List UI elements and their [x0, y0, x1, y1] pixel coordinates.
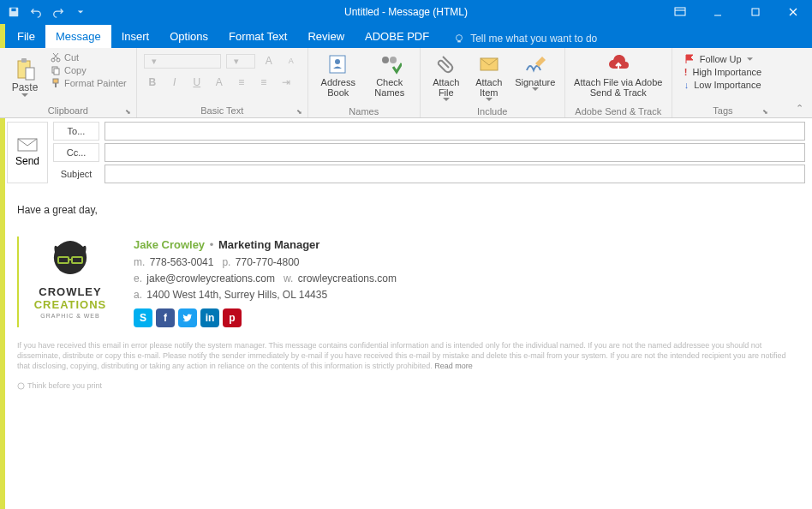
chevron-down-icon	[747, 57, 753, 61]
check-names-button[interactable]: Check Names	[367, 51, 413, 105]
paste-icon	[15, 57, 35, 81]
dialog-launcher-icon[interactable]: ⬊	[762, 108, 768, 116]
email-signature: CROWLEY CREATIONS GRAPHIC & WEB Jake Cro…	[17, 237, 795, 327]
high-importance-button[interactable]: ! High Importance	[683, 66, 763, 78]
email-value: jake@crowleycreations.com	[146, 272, 275, 284]
tab-adobe-pdf[interactable]: ADOBE PDF	[355, 25, 439, 48]
attach-item-label: Attach Item	[470, 77, 508, 98]
signature-label: Signature	[515, 77, 555, 87]
italic-icon[interactable]: I	[166, 74, 183, 91]
skype-icon[interactable]: S	[134, 308, 152, 327]
paperclip-icon	[434, 53, 458, 75]
tab-options[interactable]: Options	[159, 25, 218, 48]
cc-input[interactable]	[104, 143, 805, 162]
ribbon: Paste Cut Copy Format Painter Clipboard⬊…	[0, 48, 812, 118]
email-label: e.	[134, 272, 142, 284]
format-painter-button[interactable]: Format Painter	[48, 77, 129, 89]
cut-label: Cut	[64, 52, 79, 63]
redo-icon[interactable]	[48, 2, 69, 22]
mobile-value: 778-563-0041	[150, 256, 214, 268]
numbering-icon[interactable]: ≡	[255, 74, 272, 91]
facebook-icon[interactable]: f	[156, 308, 175, 327]
signature-button[interactable]: Signature	[513, 51, 558, 105]
chevron-down-icon	[486, 98, 493, 101]
svg-rect-10	[21, 58, 27, 63]
greeting-text: Have a great day,	[17, 204, 795, 216]
quick-access-toolbar	[0, 2, 91, 22]
ribbon-display-icon[interactable]	[661, 0, 699, 24]
tab-format-text[interactable]: Format Text	[218, 25, 297, 48]
address-book-label: Address Book	[315, 77, 361, 98]
close-icon[interactable]	[774, 0, 812, 24]
tab-message[interactable]: Message	[45, 25, 111, 48]
save-icon[interactable]	[3, 2, 24, 22]
underline-icon[interactable]: U	[188, 74, 206, 91]
address-book-button[interactable]: Address Book	[315, 51, 361, 105]
group-names-label: Names	[315, 105, 413, 117]
font-size-selector[interactable]: ▾	[226, 54, 255, 69]
font-selector[interactable]: ▾	[144, 54, 221, 69]
group-tags-label: Tags⬊	[679, 104, 767, 116]
send-button[interactable]: Send	[7, 122, 48, 183]
cc-button[interactable]: Cc...	[53, 143, 99, 162]
tell-me-label: Tell me what you want to do	[470, 33, 597, 45]
dialog-launcher-icon[interactable]: ⬊	[125, 108, 131, 116]
grow-font-icon[interactable]: A	[260, 52, 278, 69]
message-body[interactable]: Have a great day, CROWLEY CREATIONS GRAP…	[0, 187, 812, 398]
phone-label: p.	[222, 256, 230, 268]
attach-file-button[interactable]: Attach File	[427, 51, 465, 105]
tab-insert[interactable]: Insert	[111, 25, 160, 48]
maximize-icon[interactable]	[737, 0, 774, 24]
logo-head-icon	[45, 237, 96, 279]
bullets-icon[interactable]: ≡	[233, 74, 250, 91]
copy-icon	[51, 65, 61, 75]
attach-item-icon	[477, 53, 501, 75]
social-icons: S f in p	[134, 308, 397, 327]
tab-review[interactable]: Review	[297, 25, 355, 48]
cut-button[interactable]: Cut	[48, 51, 129, 63]
adobe-cloud-icon	[606, 53, 630, 75]
recycle-icon	[17, 382, 25, 390]
subject-input[interactable]	[104, 165, 805, 183]
copy-button[interactable]: Copy	[48, 64, 129, 76]
collapse-ribbon-icon[interactable]: ⌃	[796, 103, 803, 114]
linkedin-icon[interactable]: in	[200, 308, 219, 327]
address-value: 1400 West 14th, Surrey Hills, OL 14435	[146, 289, 327, 301]
svg-point-27	[18, 383, 24, 389]
qat-dropdown-icon[interactable]	[70, 2, 91, 22]
signature-info: Jake Crowley • Marketing Manager m. 778-…	[134, 237, 397, 327]
adobe-attach-button[interactable]: Attach File via Adobe Send & Track	[572, 51, 665, 105]
follow-up-button[interactable]: Follow Up	[683, 53, 763, 65]
titlebar: Untitled - Message (HTML)	[0, 0, 812, 24]
window-title: Untitled - Message (HTML)	[344, 6, 468, 18]
svg-rect-8	[457, 41, 461, 43]
tab-file[interactable]: File	[7, 25, 45, 48]
compose-header: Send To... Cc... Subject	[0, 118, 812, 187]
font-color-icon[interactable]: A	[211, 74, 228, 91]
indent-icon[interactable]: ⇥	[278, 74, 295, 91]
svg-point-19	[335, 59, 340, 64]
group-clipboard-label: Clipboard⬊	[7, 104, 129, 116]
tell-me-search[interactable]: Tell me what you want to do	[448, 29, 602, 48]
pinterest-icon[interactable]: p	[223, 308, 242, 327]
svg-rect-17	[55, 83, 57, 87]
low-importance-label: Low Importance	[694, 80, 761, 90]
low-importance-button[interactable]: ↓ Low Importance	[683, 79, 763, 91]
undo-icon[interactable]	[26, 2, 46, 22]
shrink-font-icon[interactable]: A	[283, 52, 300, 69]
twitter-icon[interactable]	[178, 308, 197, 327]
group-basic-text: ▾ ▾ A A B I U A ≡ ≡ ⇥ Basic Text⬊	[137, 48, 308, 117]
dialog-launcher-icon[interactable]: ⬊	[296, 108, 302, 116]
to-button[interactable]: To...	[53, 122, 99, 141]
to-input[interactable]	[104, 122, 805, 141]
read-more-link[interactable]: Read more	[434, 362, 473, 370]
format-painter-label: Format Painter	[64, 78, 127, 88]
signature-title: Marketing Manager	[218, 238, 319, 251]
minimize-icon[interactable]	[699, 0, 737, 24]
paste-button[interactable]: Paste	[7, 51, 43, 103]
attach-item-button[interactable]: Attach Item	[470, 51, 508, 105]
web-value: crowleycreations.com	[298, 272, 397, 284]
bold-icon[interactable]: B	[144, 74, 161, 91]
group-adobe: Attach File via Adobe Send & Track Adobe…	[565, 48, 672, 117]
group-names: Address Book Check Names Names	[308, 48, 421, 117]
